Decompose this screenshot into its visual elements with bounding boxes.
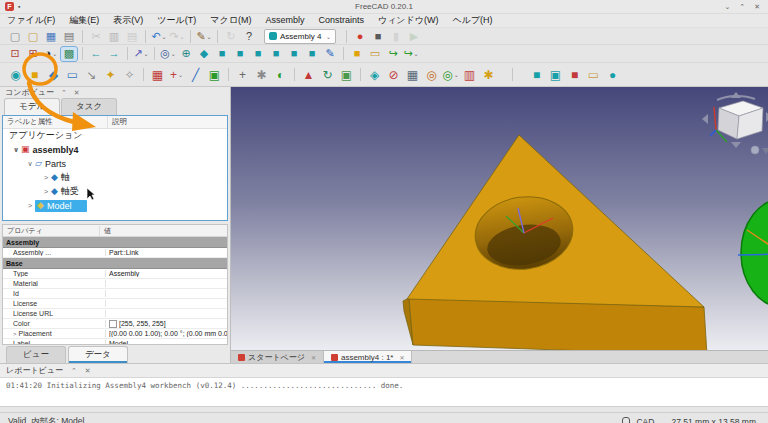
nav-style-dropdown-icon[interactable]: ⌄ xyxy=(660,419,665,423)
attach-lcs-icon[interactable]: ✱ xyxy=(253,66,270,84)
new-sketch-icon[interactable]: ▦ xyxy=(149,66,166,84)
property-row[interactable]: >Placement [(0.00 0.00 1.00); 0.00 °; (0… xyxy=(3,329,227,339)
property-column-value[interactable]: 値 xyxy=(100,226,111,236)
assembly-help-icon[interactable]: ✱ xyxy=(480,66,497,84)
fit-selection-icon[interactable]: ⊞ xyxy=(25,47,41,61)
animate-assembly-icon[interactable]: ◈ xyxy=(366,66,383,84)
tree-column-description[interactable]: 説明 xyxy=(108,116,131,128)
property-row[interactable]: License xyxy=(3,299,227,309)
menu-macro[interactable]: マクロ(M) xyxy=(203,14,258,27)
maximize-button[interactable]: ⌃ xyxy=(739,3,745,11)
mirror-part-icon[interactable]: ■ xyxy=(528,66,545,84)
fit-all-icon[interactable]: ⊡ xyxy=(7,47,23,61)
new-part-container-icon[interactable]: ■ xyxy=(349,47,365,61)
nav-forward-icon[interactable]: → xyxy=(106,47,122,61)
check-interference-icon[interactable]: ◎ xyxy=(423,66,440,84)
nav-back-icon[interactable]: ← xyxy=(88,47,104,61)
tab-close-icon[interactable]: ✕ xyxy=(311,354,316,361)
property-column-name[interactable]: プロパティ xyxy=(3,226,100,236)
insert-link-icon[interactable]: ↘ xyxy=(83,66,100,84)
tree-item-parts[interactable]: ∨ ▱ Parts xyxy=(3,157,227,171)
add-constraint-icon[interactable]: ◐ xyxy=(272,66,289,84)
open-document-icon[interactable]: ▭ xyxy=(64,66,81,84)
new-lcs-icon[interactable]: +⌄ xyxy=(168,66,185,84)
view-bottom-icon[interactable]: ■ xyxy=(286,47,302,61)
property-group-base[interactable]: Base xyxy=(3,258,227,269)
place-link-icon[interactable]: + xyxy=(234,66,251,84)
undo-dropdown-icon[interactable]: ⌄ xyxy=(162,33,167,40)
menu-help[interactable]: ヘルプ(H) xyxy=(445,14,499,27)
property-value[interactable]: Assembly xyxy=(109,270,139,277)
property-row[interactable]: Assembly ... Part::Link xyxy=(3,248,227,258)
view-axonometric-icon[interactable]: ⊕ xyxy=(178,47,194,61)
tree-item-model[interactable]: > ◆ Model xyxy=(3,199,227,213)
edit-mode-icon[interactable]: ✎⌄ xyxy=(196,29,212,43)
macro-stop-icon[interactable]: ■ xyxy=(370,29,386,43)
menu-tools[interactable]: ツール(T) xyxy=(150,14,203,27)
tree-item-document[interactable]: ∨ ▣ assembly4 xyxy=(3,143,227,157)
property-value[interactable]: [(0.00 0.00 1.00); 0.00 °; (0.00 mm 0.00… xyxy=(109,330,227,337)
property-row[interactable]: License URL xyxy=(3,309,227,319)
redo-dropdown-icon[interactable]: ⌄ xyxy=(180,33,185,40)
view-top-icon[interactable]: ■ xyxy=(232,47,248,61)
update-assembly-icon[interactable]: ↻ xyxy=(319,66,336,84)
workbench-selector[interactable]: Assembly 4 ⌄ xyxy=(264,29,336,44)
new-assembly-icon[interactable]: ◉ xyxy=(7,66,24,84)
zoom-icon[interactable]: ◎⌄ xyxy=(160,47,176,61)
zoom-dropdown-icon[interactable]: ⌄ xyxy=(171,50,176,57)
print-icon[interactable]: ▤ xyxy=(61,29,77,43)
tab-data[interactable]: データ xyxy=(68,346,128,363)
report-close-button[interactable]: ✕ xyxy=(85,367,91,375)
bill-of-materials-icon[interactable]: ▥ xyxy=(461,66,478,84)
undo-icon[interactable]: ↶⌄ xyxy=(151,29,167,43)
solve-assembly-icon[interactable]: ▲ xyxy=(300,66,317,84)
new-file-icon[interactable]: ▢ xyxy=(7,29,23,43)
expander-icon[interactable]: ∨ xyxy=(25,160,35,168)
expander-icon[interactable]: > xyxy=(13,331,17,337)
make-link-icon[interactable]: ↪ xyxy=(385,47,401,61)
view-rear-icon[interactable]: ■ xyxy=(268,47,284,61)
combo-view-float-button[interactable]: ⌃ xyxy=(61,89,67,97)
view-left-icon[interactable]: ■ xyxy=(304,47,320,61)
circular-array-icon[interactable]: ● xyxy=(604,66,621,84)
tree-item-application[interactable]: アプリケーション xyxy=(3,129,227,143)
new-group-icon[interactable]: ▭ xyxy=(367,47,383,61)
property-row[interactable]: Type Assembly xyxy=(3,269,227,279)
menu-file[interactable]: ファイル(F) xyxy=(0,14,62,27)
tab-task[interactable]: タスク xyxy=(61,98,117,115)
expander-icon[interactable]: > xyxy=(25,202,35,209)
tree-item-part1[interactable]: > ◆ 軸 xyxy=(3,171,227,185)
expander-icon[interactable]: ∨ xyxy=(11,146,21,154)
menu-windows[interactable]: ウィンドウ(W) xyxy=(371,14,446,27)
draw-style-icon[interactable]: ◑⌄ xyxy=(43,47,59,61)
tree-column-label[interactable]: ラベルと属性 xyxy=(3,116,108,128)
nav-style-selector[interactable]: CAD xyxy=(636,417,654,423)
new-lcs-dropdown-icon[interactable]: ⌄ xyxy=(178,71,183,78)
whats-this-icon[interactable]: ? xyxy=(241,29,257,43)
delete-part-icon[interactable]: ■ xyxy=(566,66,583,84)
array-part-icon[interactable]: ▣ xyxy=(547,66,564,84)
import-part-icon[interactable]: ✦ xyxy=(102,66,119,84)
menu-edit[interactable]: 編集(E) xyxy=(62,14,106,27)
close-button[interactable]: ✕ xyxy=(754,3,760,11)
minimize-button[interactable]: ⌄ xyxy=(724,3,730,11)
view-isometric-icon[interactable]: ◆ xyxy=(196,47,212,61)
tab-close-icon[interactable]: ✕ xyxy=(399,354,404,361)
property-row[interactable]: Material xyxy=(3,279,227,289)
property-row[interactable]: Id xyxy=(3,289,227,299)
view-right-icon[interactable]: ■ xyxy=(250,47,266,61)
report-float-button[interactable]: ⌃ xyxy=(71,367,77,375)
tree-item-part2[interactable]: > ◆ 軸受 xyxy=(3,185,227,199)
new-body-icon[interactable]: ◆ xyxy=(45,66,62,84)
bounding-box-icon[interactable]: ▩ xyxy=(61,47,77,61)
view-front-icon[interactable]: ■ xyxy=(214,47,230,61)
menu-assembly[interactable]: Assembly xyxy=(258,14,311,27)
tab-model[interactable]: モデル xyxy=(4,98,60,115)
make-sub-link-dropdown-icon[interactable]: ⌄ xyxy=(414,50,419,57)
edit-mode-dropdown-icon[interactable]: ⌄ xyxy=(207,33,212,40)
menu-view[interactable]: 表示(V) xyxy=(106,14,150,27)
new-part-icon[interactable]: ■ xyxy=(26,66,43,84)
make-sub-link-icon[interactable]: ↪⌄ xyxy=(403,47,419,61)
menu-constraints[interactable]: Constraints xyxy=(311,14,371,27)
zoom-selection-dropdown-icon[interactable]: ⌄ xyxy=(454,71,459,78)
